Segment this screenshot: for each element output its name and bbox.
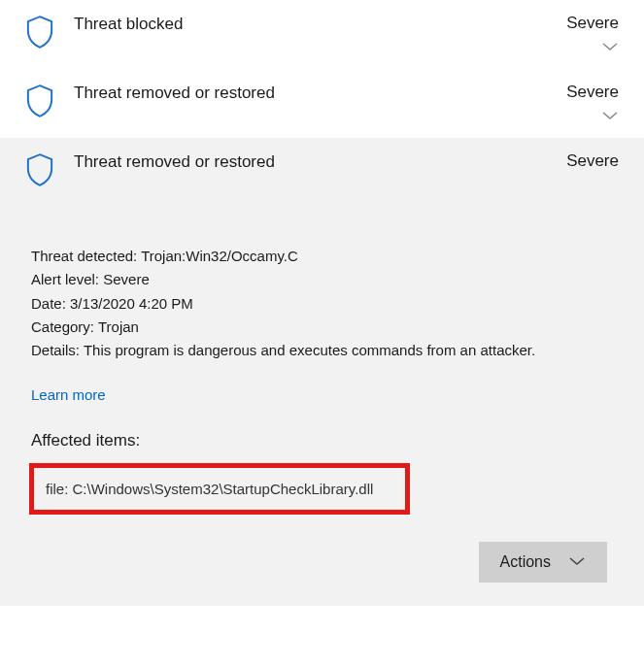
shield-icon [25,84,54,117]
detail-details: Details: This program is dangerous and e… [31,339,613,361]
threat-right-col: Severe [551,14,619,55]
details-value: This program is dangerous and executes c… [84,342,535,358]
threat-details: Threat detected: Trojan:Win32/Occamy.C A… [25,186,619,583]
threat-head[interactable]: Threat removed or restored Severe [25,151,619,186]
threat-title: Threat removed or restored [74,83,551,104]
detected-label: Threat detected: [31,248,137,264]
threat-title: Threat removed or restored [74,151,551,173]
threat-head: Threat removed or restored Severe [25,83,619,124]
detected-value: Trojan:Win32/Occamy.C [141,248,298,264]
detail-alert-level: Alert level: Severe [31,268,613,290]
date-value: 3/13/2020 4:20 PM [70,295,193,312]
affected-items-heading: Affected items: [31,428,613,453]
threat-severity: Severe [566,83,619,102]
threat-head: Threat blocked Severe [25,14,619,55]
threat-title-col: Threat removed or restored [74,151,551,173]
threat-item-expanded: Threat removed or restored Severe Threat… [0,138,644,606]
threat-severity: Severe [566,14,619,33]
affected-item-path: file: C:\Windows\System32\StartupCheckLi… [46,478,393,500]
date-label: Date: [31,295,66,312]
threat-item[interactable]: Threat blocked Severe [0,0,644,69]
category-value: Trojan [98,318,139,335]
chevron-down-icon [568,553,586,571]
learn-more-link[interactable]: Learn more [31,384,106,406]
threat-right-col: Severe [551,83,619,124]
threat-title-col: Threat removed or restored [74,83,551,104]
threat-item[interactable]: Threat removed or restored Severe [0,69,644,138]
shield-icon [25,16,54,49]
detail-category: Category: Trojan [31,316,613,338]
alert-value: Severe [103,271,150,287]
detail-date: Date: 3/13/2020 4:20 PM [31,292,613,315]
shield-icon [25,153,54,186]
details-label: Details: [31,342,80,358]
detail-detected: Threat detected: Trojan:Win32/Occamy.C [31,245,613,267]
category-label: Category: [31,318,94,335]
actions-label: Actions [500,553,551,571]
chevron-down-icon[interactable] [601,39,619,55]
threat-severity: Severe [566,151,619,171]
alert-label: Alert level: [31,271,99,287]
threat-right-col: Severe [551,151,619,171]
actions-row: Actions [31,542,613,583]
chevron-down-icon[interactable] [601,108,619,124]
threat-title: Threat blocked [74,14,551,35]
affected-item-highlight: file: C:\Windows\System32\StartupCheckLi… [29,463,410,515]
threat-history-panel: Threat blocked Severe Threat removed or … [0,0,644,606]
actions-button[interactable]: Actions [479,542,607,583]
threat-title-col: Threat blocked [74,14,551,35]
